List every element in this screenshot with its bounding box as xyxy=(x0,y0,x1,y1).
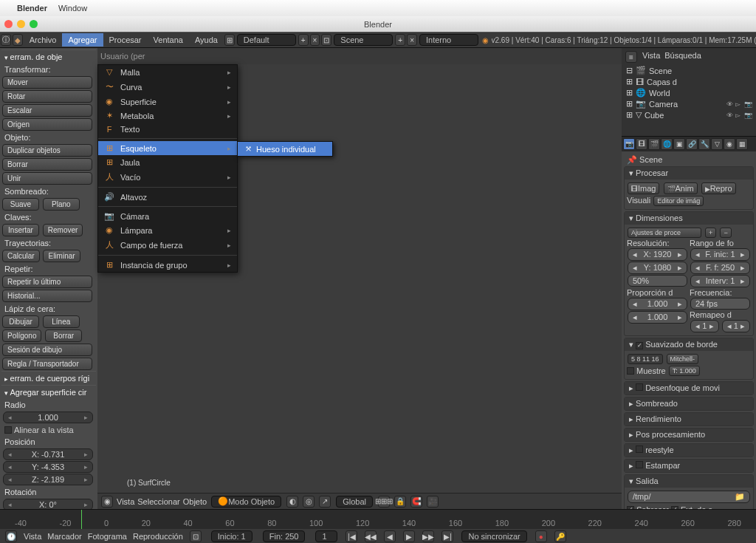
tl-end[interactable]: Fin: 250 xyxy=(263,530,306,542)
engine-dropdown[interactable]: Interno xyxy=(419,34,478,46)
outliner-type-icon[interactable]: ≡ xyxy=(625,51,637,63)
btn-escalar[interactable]: Escalar xyxy=(2,104,92,117)
layout-icon[interactable]: ⊞ xyxy=(224,34,235,46)
agregar-item-lámpara[interactable]: ◉Lámpara▸ xyxy=(98,223,237,237)
agregar-item-texto[interactable]: FTexto xyxy=(98,123,237,136)
agregar-item-vacío[interactable]: 人Vacío▸ xyxy=(98,169,237,185)
agregar-item-esqueleto[interactable]: ⊞Esqueleto▸⤧Hueso individual xyxy=(98,141,237,155)
field-threshold[interactable]: T: 1.000 xyxy=(669,366,700,376)
btn-remover[interactable]: Remover xyxy=(43,224,83,236)
footer-objeto[interactable]: Objeto xyxy=(183,497,207,506)
menu-ventana[interactable]: Ventana xyxy=(148,33,189,47)
toolshelf-header[interactable]: erram. de obje xyxy=(1,49,96,64)
remove-scene-icon[interactable]: × xyxy=(407,34,417,46)
aa-samples[interactable]: 5 8 11 16 xyxy=(628,354,663,364)
close-window-icon[interactable] xyxy=(4,20,13,28)
tl-current[interactable]: 1 xyxy=(315,530,337,542)
chk-ext[interactable] xyxy=(671,506,678,510)
sec-salida[interactable]: ▾ Salida xyxy=(625,475,753,488)
tl-next-key-icon[interactable]: ▶▶ xyxy=(422,530,434,542)
snap-icon[interactable]: 🧲 xyxy=(410,496,422,508)
field-aspect-y[interactable]: ◂1.000▸ xyxy=(628,311,687,324)
btn-duplicar[interactable]: Duplicar objetos xyxy=(2,144,92,157)
tl-keying-icon[interactable]: 🔑 xyxy=(554,530,566,542)
menu-agregar[interactable]: Agregar xyxy=(62,33,103,47)
btn-borrar[interactable]: Borrar xyxy=(2,158,92,171)
tl-jump-end-icon[interactable]: ▶| xyxy=(441,530,453,542)
btn-calcular[interactable]: Calcular xyxy=(2,250,40,262)
field-remap-old[interactable]: ◂1▸ xyxy=(690,320,719,332)
btn-del-preset[interactable]: − xyxy=(720,228,731,238)
btn-repetir-ultimo[interactable]: Repetir lo último xyxy=(2,276,92,288)
tab-data[interactable]: ▽ xyxy=(711,138,723,150)
btn-origen[interactable]: Origen xyxy=(2,118,92,131)
3d-viewport[interactable]: Usuario (per ▽Malla▸〜Curva▸◉Superficie▸✶… xyxy=(97,48,622,509)
field-remap-new[interactable]: ◂1▸ xyxy=(722,320,751,332)
tree-capas d[interactable]: ⊞🎞Capas d xyxy=(625,76,753,87)
layout-dropdown[interactable]: Default xyxy=(237,34,296,46)
select-icon[interactable]: ▻ xyxy=(735,112,743,119)
render-preview-icon[interactable]: 🎥 xyxy=(427,496,439,508)
editor-3d-icon[interactable]: ◉ xyxy=(101,496,113,508)
app-name[interactable]: Blender xyxy=(17,4,47,13)
field-rot-x[interactable]: ◂X: 0°▸ xyxy=(3,499,93,509)
field-radio[interactable]: ◂1.000▸ xyxy=(3,411,93,423)
panel-rigid-body[interactable]: erram. de cuerpos rígi xyxy=(1,371,96,385)
btn-eliminar[interactable]: Eliminar xyxy=(43,250,80,262)
minimize-window-icon[interactable] xyxy=(17,20,25,28)
tab-object[interactable]: ▣ xyxy=(673,138,685,150)
sec-postpro[interactable]: ▸ Pos procesamiento xyxy=(625,428,753,441)
agregar-item-malla[interactable]: ▽Malla▸ xyxy=(98,65,237,79)
field-res-y[interactable]: ◂Y: 1080▸ xyxy=(628,262,687,274)
agregar-item-superficie[interactable]: ◉Superficie▸ xyxy=(98,95,237,109)
btn-repro[interactable]: ▶Repro xyxy=(701,182,736,194)
btn-img[interactable]: 🎞Imag xyxy=(628,182,659,194)
lock-icon[interactable]: 🔒 xyxy=(394,496,406,508)
scene-browse-icon[interactable]: ⊡ xyxy=(321,34,331,46)
menu-procesar[interactable]: Procesar xyxy=(103,33,148,47)
sec-procesar[interactable]: ▾ Procesar xyxy=(625,167,753,180)
btn-historial[interactable]: Historial... xyxy=(2,290,92,302)
field-pos-z[interactable]: ◂Z: -2.189▸ xyxy=(3,474,93,485)
sec-stamp[interactable]: ▸ Estampar xyxy=(625,460,753,472)
layers-icon[interactable]: ⊞⊞⊞ xyxy=(378,496,390,508)
outliner[interactable]: ≡ Vista Búsqueda ⊟🎬Scene⊞🎞Capas d⊞🌐World… xyxy=(622,48,756,137)
dd-preset[interactable]: Ajustes de proce xyxy=(628,228,701,238)
tl-repro[interactable]: Reproducción xyxy=(133,532,183,541)
btn-plano[interactable]: Plano xyxy=(43,198,80,211)
tl-sync-dropdown[interactable]: No sincronizar xyxy=(461,530,526,542)
tl-fotograma[interactable]: Fotograma xyxy=(88,532,127,541)
field-pos-y[interactable]: ◂Y: -4.353▸ xyxy=(3,461,93,473)
btn-add-preset[interactable]: + xyxy=(705,228,716,238)
tl-autokey-icon[interactable]: ● xyxy=(535,530,547,542)
add-layout-icon[interactable]: + xyxy=(298,34,309,46)
btn-poligono[interactable]: Polígono xyxy=(2,329,41,342)
orientation-dropdown[interactable]: Global xyxy=(336,496,373,508)
field-aspect-x[interactable]: ◂1.000▸ xyxy=(628,298,687,310)
outliner-busqueda[interactable]: Búsqueda xyxy=(664,51,701,63)
chk-alinear[interactable] xyxy=(4,426,12,434)
tl-vista[interactable]: Vista xyxy=(24,532,41,541)
aa-filter[interactable]: Mitchell- xyxy=(667,354,699,364)
outliner-vista[interactable]: Vista xyxy=(642,51,660,63)
agregar-item-cámara[interactable]: 📷Cámara xyxy=(98,209,237,223)
agregar-item-jaula[interactable]: ⊞Jaula xyxy=(98,155,237,169)
field-res-x[interactable]: ◂X: 1920▸ xyxy=(628,248,687,261)
btn-suave[interactable]: Suave xyxy=(2,198,39,211)
eye-icon[interactable]: 👁 xyxy=(726,100,734,108)
tl-range-icon[interactable]: ⊡ xyxy=(190,530,202,542)
editor-type-icon[interactable]: ⓘ xyxy=(1,34,11,46)
footer-vista[interactable]: Vista xyxy=(117,497,134,506)
tree-camera[interactable]: ⊞📷Camera👁▻📷 xyxy=(625,98,753,109)
scene-dropdown[interactable]: Scene xyxy=(334,34,393,46)
field-output-path[interactable]: /tmp/📁 xyxy=(628,491,750,503)
sec-freestyle[interactable]: ▸ reestyle xyxy=(625,444,753,457)
tree-world[interactable]: ⊞🌐World xyxy=(625,87,753,98)
field-res-pct[interactable]: 50% xyxy=(628,275,687,287)
timeline-track[interactable]: -40-200204060801001201401601802002202402… xyxy=(0,510,756,529)
tab-world[interactable]: 🌐 xyxy=(661,138,673,150)
zoom-window-icon[interactable] xyxy=(30,20,38,28)
sec-antialias[interactable]: ▾ Suavizado de borde xyxy=(625,338,753,351)
tl-jump-start-icon[interactable]: |◀ xyxy=(346,530,357,542)
eye-icon[interactable]: 👁 xyxy=(726,112,734,119)
